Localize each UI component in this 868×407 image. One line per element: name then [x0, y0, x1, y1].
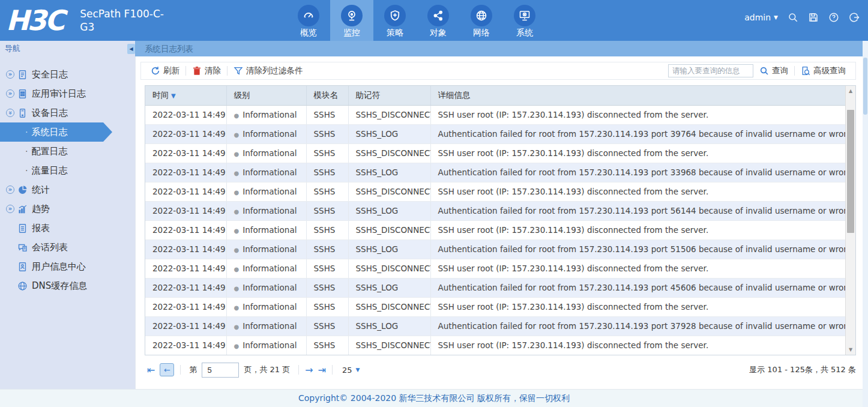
- column-header-detail[interactable]: 详细信息: [430, 86, 845, 105]
- column-header-mnemonic[interactable]: 助记符: [348, 86, 430, 105]
- first-page-button[interactable]: ⇤: [145, 364, 157, 376]
- sidebar-item-流量日志[interactable]: ·流量日志: [0, 161, 135, 180]
- table-row[interactable]: 2022-03-11 14:49:...●InformationalSSHSSS…: [145, 336, 845, 355]
- cell-mnemonic: SSHS_DISCONNECT: [348, 336, 430, 355]
- cell-detail: SSH user root (IP: 157.230.114.193) disc…: [430, 297, 845, 316]
- advanced-query-button[interactable]: 高级查询: [795, 65, 852, 76]
- table-row[interactable]: 2022-03-11 14:49:...●InformationalSSHSSS…: [145, 278, 845, 297]
- sidebar-item-label: 会话列表: [32, 242, 68, 253]
- log-table: 时间▼ 级别 模块名 助记符 详细信息 2022-03-11 14:49:...…: [145, 86, 845, 355]
- cell-mnemonic: SSHS_DISCONNECT: [348, 182, 430, 201]
- sidebar-item-统计[interactable]: »统计: [0, 180, 135, 199]
- table-row[interactable]: 2022-03-11 14:49:...●InformationalSSHSSS…: [145, 316, 845, 336]
- last-page-button[interactable]: ⇥: [316, 364, 328, 376]
- cell-module: SSHS: [306, 259, 348, 278]
- chevron-down-icon: ▼: [774, 14, 778, 20]
- nav-label: 策略: [387, 28, 403, 38]
- refresh-icon: [151, 66, 160, 76]
- table-row[interactable]: 2022-03-11 14:49:...●InformationalSSHSSS…: [145, 105, 845, 124]
- sidebar-collapse-button[interactable]: ◀: [127, 44, 135, 54]
- sidebar-item-安全日志[interactable]: »安全日志: [0, 65, 135, 84]
- help-icon[interactable]: [828, 12, 839, 23]
- sidebar-nav: »安全日志»应用审计日志»设备日志·系统日志·配置日志·流量日志»统计»趋势报表…: [0, 56, 135, 389]
- nav-item-概览[interactable]: 概览: [287, 0, 330, 41]
- table-row[interactable]: 2022-03-11 14:49:...●InformationalSSHSSS…: [145, 182, 845, 201]
- sidebar-item-配置日志[interactable]: ·配置日志: [0, 142, 135, 161]
- page-number-input[interactable]: [202, 363, 239, 378]
- cell-module: SSHS: [306, 163, 348, 182]
- refresh-button[interactable]: 刷新: [145, 65, 185, 76]
- scrollbar-thumb[interactable]: [847, 110, 854, 233]
- table-row[interactable]: 2022-03-11 14:49:...●InformationalSSHSSS…: [145, 220, 845, 240]
- table-row[interactable]: 2022-03-11 14:49:...●InformationalSSHSSS…: [145, 201, 845, 220]
- table-scrollbar[interactable]: ▲ ▼: [845, 86, 855, 355]
- sidebar-item-label: 统计: [32, 184, 50, 196]
- sidebar-item-label: 应用审计日志: [32, 88, 86, 100]
- trash-icon: [192, 66, 202, 76]
- search-icon: [759, 66, 769, 76]
- table-row[interactable]: 2022-03-11 14:49:...●InformationalSSHSSS…: [145, 259, 845, 278]
- cell-time: 2022-03-11 14:49:...: [145, 259, 226, 278]
- cell-mnemonic: SSHS_LOG: [348, 163, 430, 182]
- table-row[interactable]: 2022-03-11 14:49:...●InformationalSSHSSS…: [145, 124, 845, 143]
- table-row[interactable]: 2022-03-11 14:49:...●InformationalSSHSSS…: [145, 143, 845, 163]
- save-icon[interactable]: [808, 12, 819, 23]
- refresh-label: 刷新: [163, 65, 179, 76]
- clear-button[interactable]: 清除: [186, 65, 227, 76]
- table-row[interactable]: 2022-03-11 14:49:...●InformationalSSHSSS…: [145, 297, 845, 316]
- sidebar-item-系统日志[interactable]: ·系统日志: [0, 122, 103, 142]
- search-input[interactable]: [668, 64, 753, 77]
- table-row[interactable]: 2022-03-11 14:49:...●InformationalSSHSSS…: [145, 240, 845, 259]
- level-dot-icon: ●: [234, 324, 240, 330]
- expand-icon[interactable]: »: [6, 70, 14, 79]
- table-row[interactable]: 2022-03-11 14:49:...●InformationalSSHSSS…: [145, 163, 845, 182]
- previous-page-button[interactable]: ←: [160, 363, 174, 376]
- nav-item-系统[interactable]: 系统: [503, 0, 546, 41]
- sidebar-item-趋势[interactable]: »趋势: [0, 199, 135, 219]
- tab-system-log-list[interactable]: 系统日志列表: [135, 41, 203, 56]
- search-icon[interactable]: [788, 12, 798, 23]
- page-scrollbar[interactable]: [863, 41, 868, 407]
- sidebar-item-label: 系统日志: [31, 127, 67, 138]
- next-page-button[interactable]: →: [303, 364, 315, 376]
- page-scrollbar-thumb[interactable]: [863, 58, 867, 115]
- cell-module: SSHS: [306, 201, 348, 220]
- column-header-level[interactable]: 级别: [226, 86, 306, 105]
- expand-icon[interactable]: »: [6, 205, 14, 213]
- pager-divider: [332, 365, 333, 375]
- cell-level: ●Informational: [226, 336, 306, 355]
- logout-icon[interactable]: [849, 12, 860, 23]
- expand-icon[interactable]: »: [6, 185, 14, 194]
- device-log-icon: [17, 108, 28, 118]
- clear-filter-button[interactable]: 清除列过滤条件: [228, 65, 309, 76]
- cell-time: 2022-03-11 14:49:...: [145, 297, 226, 316]
- cell-detail: SSH user root (IP: 157.230.114.193) disc…: [430, 143, 845, 163]
- pager-divider: [180, 365, 181, 375]
- sidebar-item-会话列表[interactable]: 会话列表: [0, 238, 135, 257]
- sidebar-item-用户信息中心[interactable]: 用户信息中心: [0, 257, 135, 276]
- nav-item-对象[interactable]: 对象: [417, 0, 460, 41]
- nav-item-监控[interactable]: 监控: [330, 0, 373, 41]
- admin-username: admin: [744, 13, 771, 22]
- sidebar-item-DNS缓存信息[interactable]: DNS缓存信息: [0, 276, 135, 295]
- expand-icon[interactable]: »: [6, 89, 14, 98]
- sidebar-item-报表[interactable]: 报表: [0, 219, 135, 238]
- scroll-down-icon[interactable]: ▼: [846, 347, 855, 352]
- sidebar-item-应用审计日志[interactable]: »应用审计日志: [0, 84, 135, 103]
- level-dot-icon: ●: [234, 228, 240, 234]
- sidebar-item-label: 流量日志: [31, 165, 67, 176]
- shield-plus-icon: [384, 5, 406, 26]
- query-button[interactable]: 查询: [753, 65, 794, 76]
- column-header-module[interactable]: 模块名: [306, 86, 348, 105]
- admin-menu[interactable]: admin ▼: [744, 13, 778, 22]
- sidebar-item-设备日志[interactable]: »设备日志: [0, 103, 135, 122]
- nav-item-策略[interactable]: 策略: [373, 0, 417, 41]
- scroll-up-icon[interactable]: ▲: [846, 88, 855, 94]
- nav-label: 网络: [473, 28, 490, 38]
- chevron-down-icon[interactable]: »: [6, 109, 14, 117]
- page-size-select[interactable]: 25 ▼: [342, 366, 360, 375]
- cell-mnemonic: SSHS_DISCONNECT: [348, 259, 430, 278]
- column-header-time[interactable]: 时间▼: [145, 86, 226, 105]
- cell-mnemonic: SSHS_LOG: [348, 278, 430, 297]
- nav-item-网络[interactable]: 网络: [460, 0, 503, 41]
